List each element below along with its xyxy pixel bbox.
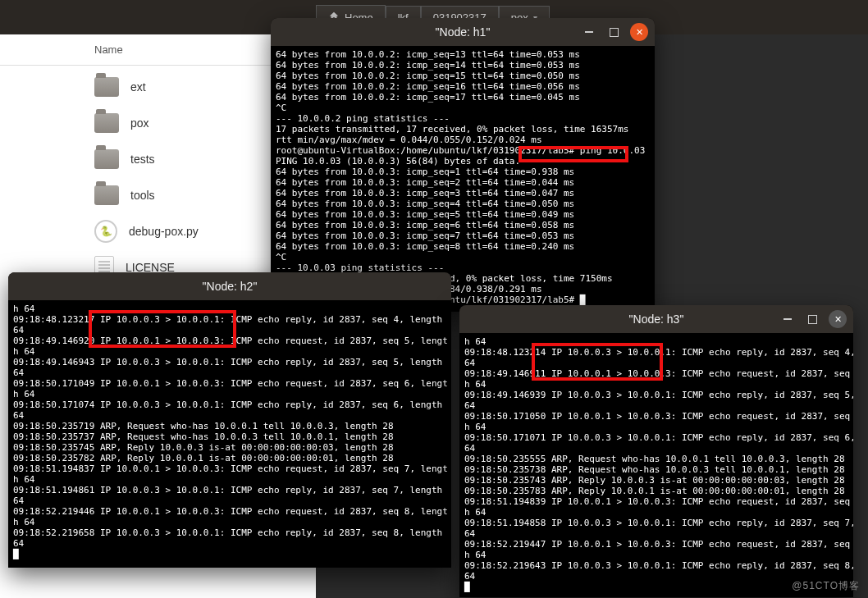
folder-icon bbox=[94, 113, 119, 133]
minimize-button[interactable] bbox=[581, 24, 597, 40]
maximize-button[interactable] bbox=[605, 24, 622, 40]
terminal-output-h3[interactable]: h 64 09:18:48.123214 IP 10.0.0.3 > 10.0.… bbox=[459, 333, 853, 597]
file-name: debug-pox.py bbox=[129, 225, 199, 238]
folder-icon bbox=[94, 185, 119, 205]
terminal-window-h3[interactable]: "Node: h3" h 64 09:18:48.123214 IP 10.0.… bbox=[459, 305, 853, 597]
file-row-pox[interactable]: pox bbox=[0, 105, 316, 141]
file-name: tools bbox=[130, 189, 155, 202]
close-button[interactable] bbox=[630, 23, 648, 41]
file-row-tools[interactable]: tools bbox=[0, 177, 316, 213]
titlebar-h1[interactable]: "Node: h1" bbox=[271, 18, 655, 46]
file-name: pox bbox=[130, 116, 149, 130]
title-text: "Node: h3" bbox=[629, 313, 684, 326]
file-name: ext bbox=[130, 80, 146, 94]
close-button[interactable] bbox=[829, 310, 847, 328]
title-text: "Node: h2" bbox=[203, 280, 258, 293]
sidebar-fragment: ts ds bbox=[0, 157, 12, 207]
python-icon: 🐍 bbox=[94, 220, 117, 243]
maximize-button[interactable] bbox=[804, 311, 820, 327]
folder-icon bbox=[94, 149, 119, 169]
minimize-button[interactable] bbox=[779, 311, 796, 327]
file-row-tests[interactable]: tests bbox=[0, 141, 316, 177]
title-text: "Node: h1" bbox=[436, 25, 491, 39]
file-list: ext pox tests tools 🐍 debug-pox.py LICEN… bbox=[0, 66, 316, 285]
watermark: @51CTO博客 bbox=[792, 579, 860, 593]
file-row-ext[interactable]: ext bbox=[0, 69, 316, 105]
file-row-debugpox[interactable]: 🐍 debug-pox.py bbox=[0, 213, 316, 249]
terminal-window-h1[interactable]: "Node: h1" 64 bytes from 10.0.0.2: icmp_… bbox=[271, 18, 655, 312]
column-header-name[interactable]: Name bbox=[0, 34, 316, 66]
file-name: tests bbox=[130, 153, 155, 166]
terminal-output-h2[interactable]: h 64 09:18:48.123217 IP 10.0.0.3 > 10.0.… bbox=[8, 300, 451, 568]
titlebar-h3[interactable]: "Node: h3" bbox=[459, 305, 853, 333]
terminal-window-h2[interactable]: "Node: h2" h 64 09:18:48.123217 IP 10.0.… bbox=[8, 272, 451, 568]
titlebar-h2[interactable]: "Node: h2" bbox=[8, 272, 451, 300]
folder-icon bbox=[94, 77, 119, 97]
